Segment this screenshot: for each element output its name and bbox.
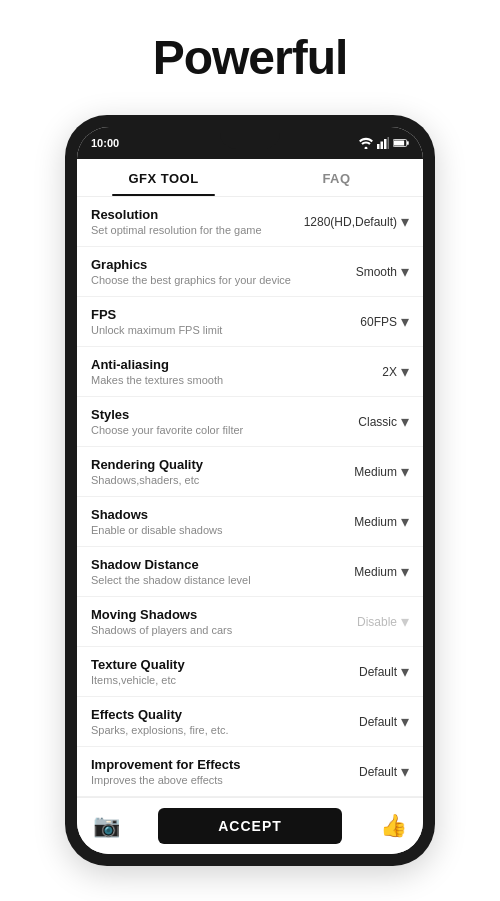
bottom-bar: 📷 ACCEPT 👍 [77,797,423,854]
status-bar: 10:00 [77,127,423,159]
svg-point-0 [365,147,368,149]
setting-row-graphics[interactable]: GraphicsChoose the best graphics for you… [77,247,423,297]
setting-desc-anti-aliasing: Makes the textures smooth [91,374,329,386]
dropdown-arrow-styles[interactable]: ▾ [401,412,409,431]
setting-row-anti-aliasing[interactable]: Anti-aliasingMakes the textures smooth2X… [77,347,423,397]
setting-desc-resolution: Set optimal resolution for the game [91,224,304,236]
svg-rect-1 [377,144,380,149]
setting-desc-graphics: Choose the best graphics for your device [91,274,329,286]
setting-title-anti-aliasing: Anti-aliasing [91,357,329,372]
dropdown-arrow-graphics[interactable]: ▾ [401,262,409,281]
setting-value-styles: Classic [358,415,397,429]
setting-value-fps: 60FPS [360,315,397,329]
phone-frame: 10:00 [65,115,435,866]
setting-desc-fps: Unlock maximum FPS limit [91,324,329,336]
setting-row-styles[interactable]: StylesChoose your favorite color filterC… [77,397,423,447]
setting-row-improvement-effects[interactable]: Improvement for EffectsImproves the abov… [77,747,423,797]
svg-rect-7 [394,140,404,145]
dropdown-arrow-shadows[interactable]: ▾ [401,512,409,531]
dropdown-arrow-fps[interactable]: ▾ [401,312,409,331]
settings-list: ResolutionSet optimal resolution for the… [77,197,423,797]
svg-rect-3 [384,139,387,149]
setting-title-moving-shadows: Moving Shadows [91,607,329,622]
setting-desc-texture-quality: Items,vehicle, etc [91,674,329,686]
setting-title-graphics: Graphics [91,257,329,272]
setting-title-styles: Styles [91,407,329,422]
setting-value-shadows: Medium [354,515,397,529]
signal-icon [377,137,389,149]
notch [220,127,280,149]
setting-value-moving-shadows: Disable [357,615,397,629]
svg-rect-4 [388,137,390,149]
battery-icon [393,138,409,148]
tabs-row: GFX TOOL FAQ [77,159,423,197]
setting-title-improvement-effects: Improvement for Effects [91,757,329,772]
setting-desc-effects-quality: Sparks, explosions, fire, etc. [91,724,329,736]
setting-desc-shadow-distance: Select the shadow distance level [91,574,329,586]
setting-value-resolution: 1280(HD,Default) [304,215,397,229]
setting-value-graphics: Smooth [356,265,397,279]
dropdown-arrow-moving-shadows[interactable]: ▾ [401,612,409,631]
dropdown-arrow-rendering-quality[interactable]: ▾ [401,462,409,481]
setting-desc-styles: Choose your favorite color filter [91,424,329,436]
setting-value-effects-quality: Default [359,715,397,729]
setting-title-fps: FPS [91,307,329,322]
setting-desc-moving-shadows: Shadows of players and cars [91,624,329,636]
dropdown-arrow-effects-quality[interactable]: ▾ [401,712,409,731]
setting-value-anti-aliasing: 2X [382,365,397,379]
dropdown-arrow-improvement-effects[interactable]: ▾ [401,762,409,781]
setting-row-shadows[interactable]: ShadowsEnable or disable shadowsMedium▾ [77,497,423,547]
wifi-icon [359,137,373,149]
status-time: 10:00 [91,137,119,149]
instagram-icon[interactable]: 📷 [93,813,120,839]
thumbs-up-icon[interactable]: 👍 [380,813,407,839]
setting-value-rendering-quality: Medium [354,465,397,479]
setting-value-texture-quality: Default [359,665,397,679]
dropdown-arrow-anti-aliasing[interactable]: ▾ [401,362,409,381]
setting-title-resolution: Resolution [91,207,304,222]
setting-row-effects-quality[interactable]: Effects QualitySparks, explosions, fire,… [77,697,423,747]
svg-rect-6 [407,141,409,144]
setting-row-texture-quality[interactable]: Texture QualityItems,vehicle, etcDefault… [77,647,423,697]
setting-row-rendering-quality[interactable]: Rendering QualityShadows,shaders, etcMed… [77,447,423,497]
setting-row-fps[interactable]: FPSUnlock maximum FPS limit60FPS▾ [77,297,423,347]
setting-title-shadow-distance: Shadow Distance [91,557,329,572]
tab-faq[interactable]: FAQ [250,159,423,196]
setting-title-effects-quality: Effects Quality [91,707,329,722]
setting-desc-shadows: Enable or disable shadows [91,524,329,536]
setting-title-shadows: Shadows [91,507,329,522]
tab-gfx-tool[interactable]: GFX TOOL [77,159,250,196]
setting-title-texture-quality: Texture Quality [91,657,329,672]
setting-desc-improvement-effects: Improves the above effects [91,774,329,786]
page-title: Powerful [153,30,348,85]
dropdown-arrow-resolution[interactable]: ▾ [401,212,409,231]
setting-value-improvement-effects: Default [359,765,397,779]
setting-row-moving-shadows[interactable]: Moving ShadowsShadows of players and car… [77,597,423,647]
setting-row-shadow-distance[interactable]: Shadow DistanceSelect the shadow distanc… [77,547,423,597]
dropdown-arrow-shadow-distance[interactable]: ▾ [401,562,409,581]
setting-row-resolution[interactable]: ResolutionSet optimal resolution for the… [77,197,423,247]
phone-screen: 10:00 [77,127,423,854]
svg-rect-2 [381,142,384,150]
setting-value-shadow-distance: Medium [354,565,397,579]
setting-title-rendering-quality: Rendering Quality [91,457,329,472]
dropdown-arrow-texture-quality[interactable]: ▾ [401,662,409,681]
setting-desc-rendering-quality: Shadows,shaders, etc [91,474,329,486]
status-icons [359,137,409,149]
accept-button[interactable]: ACCEPT [158,808,342,844]
